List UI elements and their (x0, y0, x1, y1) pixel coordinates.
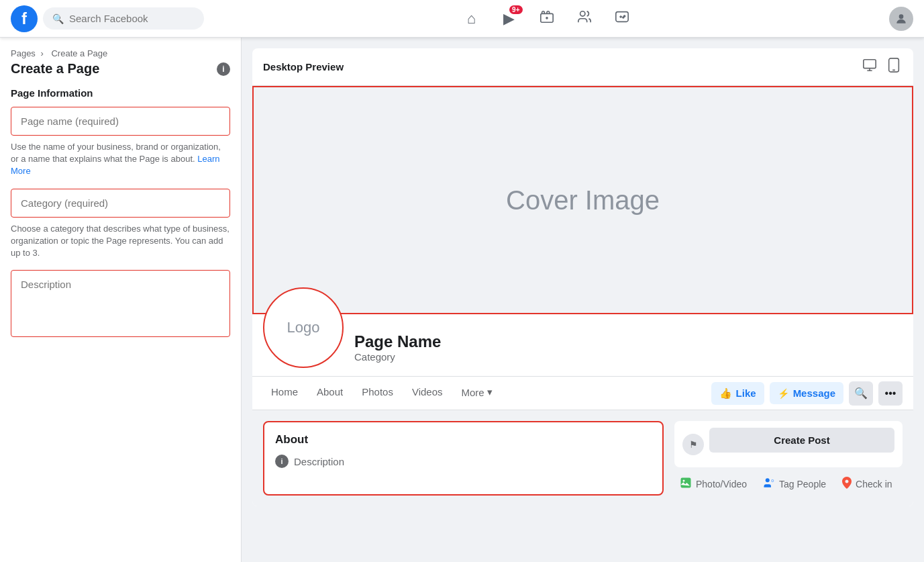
about-desc-row: i Description (275, 455, 652, 468)
main-layout: Pages › Create a Page Create a Page i Pa… (0, 38, 924, 562)
photo-icon (680, 477, 692, 491)
preview-title: Desktop Preview (263, 61, 344, 73)
preview-container: Desktop Preview (252, 48, 913, 506)
create-post-row: ⚑ Create Post (674, 421, 903, 467)
breadcrumb: Pages › Create a Page (11, 48, 230, 58)
page-content: About i Description ⚑ Create Post (252, 410, 913, 506)
search-icon: 🔍 (854, 387, 868, 400)
page-title-row: Create a Page i (11, 61, 230, 77)
flag-icon: ⚑ (682, 434, 704, 455)
facebook-logo[interactable]: f (11, 5, 38, 32)
checkin-icon (842, 477, 852, 491)
messenger-icon: ⚡ (778, 388, 789, 399)
page-title: Create a Page (11, 61, 99, 77)
photo-video-label: Photo/Video (696, 479, 747, 489)
user-avatar[interactable] (889, 7, 913, 31)
page-nav: Home About Photos Videos More ▾ 👍 Like (252, 377, 913, 410)
create-post-section: ⚑ Create Post Photo/Video (674, 421, 903, 496)
home-icon: ⌂ (467, 10, 476, 28)
search-input[interactable] (69, 13, 195, 24)
description-textarea[interactable] (11, 270, 230, 337)
tab-photos[interactable]: Photos (354, 377, 401, 410)
profile-section: Logo Page Name Category (252, 314, 913, 377)
about-title: About (275, 433, 652, 447)
page-information-label: Page Information (11, 87, 230, 99)
tag-icon (763, 477, 775, 491)
chevron-down-icon: ▾ (487, 386, 493, 398)
device-icons (860, 55, 903, 79)
logo-circle: Logo (263, 287, 344, 368)
profile-info: Page Name Category (354, 332, 441, 368)
page-name-hint: Use the name of your business, brand or … (11, 141, 230, 178)
store-icon (540, 9, 554, 28)
svg-point-8 (622, 17, 623, 18)
svg-point-3 (580, 11, 584, 15)
tag-people-button[interactable]: Tag People (758, 473, 831, 496)
video-badge: 9+ (509, 5, 522, 14)
nav-center-icons: ⌂ ▶ 9+ (204, 3, 889, 35)
page-tabs: Home About Photos Videos More ▾ (263, 377, 501, 410)
tab-home[interactable]: Home (263, 377, 306, 410)
nav-video-button[interactable]: ▶ 9+ (493, 3, 525, 35)
svg-rect-15 (681, 478, 691, 488)
page-name-input[interactable] (11, 107, 230, 136)
thumbs-up-icon: 👍 (719, 387, 732, 400)
svg-rect-10 (864, 60, 876, 68)
tab-more[interactable]: More ▾ (454, 377, 501, 410)
cover-image-text: Cover Image (506, 185, 660, 216)
top-navigation: f 🔍 ⌂ ▶ 9+ (0, 0, 924, 38)
more-options-button[interactable]: ••• (878, 381, 903, 406)
search-bar-container[interactable]: 🔍 (43, 7, 204, 30)
category-hint: Choose a category that describes what ty… (11, 223, 230, 260)
breadcrumb-pages-link[interactable]: Pages (11, 48, 36, 58)
search-button[interactable]: 🔍 (849, 381, 873, 406)
page-actions: 👍 Like ⚡ Message 🔍 ••• (711, 381, 903, 406)
profile-category: Category (354, 351, 441, 363)
left-sidebar: Pages › Create a Page Create a Page i Pa… (0, 38, 242, 562)
preview-header: Desktop Preview (252, 48, 913, 86)
nav-store-button[interactable] (531, 3, 563, 35)
category-input[interactable] (11, 189, 230, 218)
create-post-button[interactable]: Create Post (709, 428, 894, 453)
message-button[interactable]: ⚡ Message (770, 382, 843, 404)
like-button[interactable]: 👍 Like (711, 382, 764, 405)
svg-point-9 (899, 14, 904, 19)
nav-home-button[interactable]: ⌂ (456, 3, 488, 35)
svg-point-16 (683, 480, 685, 482)
check-in-label: Check in (856, 479, 892, 489)
nav-groups-button[interactable] (568, 3, 601, 35)
svg-point-17 (766, 478, 770, 482)
create-post-actions: Photo/Video Tag People Che (674, 473, 903, 496)
groups-icon (577, 9, 592, 28)
about-info-icon: i (275, 455, 289, 468)
cover-image-area: Cover Image (252, 86, 913, 314)
nav-gaming-button[interactable] (606, 3, 638, 35)
desktop-icon[interactable] (860, 55, 880, 79)
profile-name: Page Name (354, 332, 441, 351)
about-description-text: Description (294, 456, 344, 467)
tab-about[interactable]: About (309, 377, 351, 410)
mobile-icon[interactable] (885, 55, 903, 79)
about-section: About i Description (263, 421, 664, 496)
tag-people-label: Tag People (779, 479, 826, 489)
tab-videos[interactable]: Videos (404, 377, 451, 410)
check-in-button[interactable]: Check in (837, 473, 897, 496)
search-icon: 🔍 (52, 13, 64, 24)
photo-video-button[interactable]: Photo/Video (674, 473, 752, 496)
page-info-icon[interactable]: i (217, 62, 230, 76)
ellipsis-icon: ••• (885, 387, 896, 400)
gaming-icon (615, 9, 629, 28)
right-content: Desktop Preview (242, 38, 924, 562)
